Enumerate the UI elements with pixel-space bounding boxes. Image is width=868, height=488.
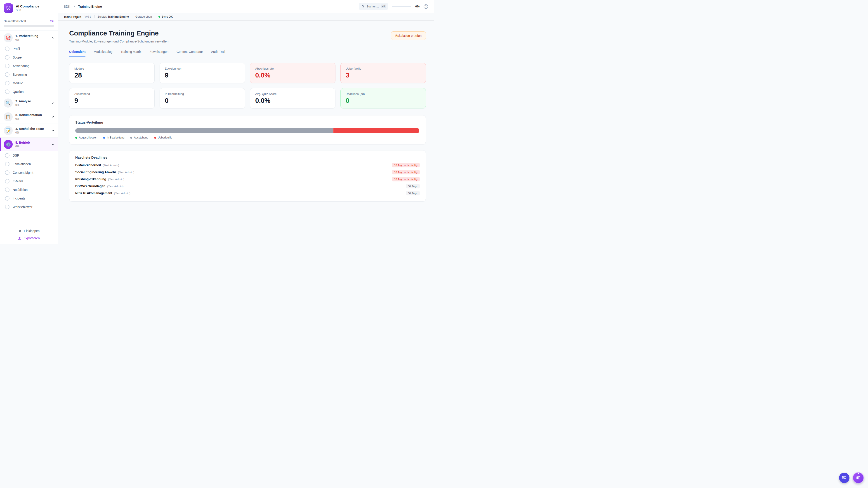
stat-label: Abschlussrate [255, 67, 330, 70]
stat-card-abschlussrate: Abschlussrate0.0% [250, 63, 336, 83]
stat-value: 0.0% [255, 71, 330, 79]
sidebar-item-anwendung[interactable]: Anwendung [0, 62, 58, 70]
deadlines-panel: Naechste Deadlines E-Mail-Sicherheit(Tes… [69, 150, 426, 201]
section-progress: 0% [16, 38, 38, 41]
sidebar-section-group: 🎯1. Vorbereitung0%ProfilScopeAnwendungSc… [0, 31, 58, 96]
overall-progress-label: Gesamtfortschritt [4, 20, 26, 23]
status-circle-icon [5, 196, 9, 201]
section-title: 5. Betrieb [16, 141, 30, 144]
overall-progress-value: 0% [50, 20, 54, 23]
stat-card-deadlines-7d: Deadlines (7d)0 [340, 88, 426, 108]
stat-label: Module [74, 67, 149, 70]
sidebar-section-3-dokumentation[interactable]: 📋3. Dokumentation0% [0, 110, 58, 124]
sidebar-item-label: Quellen [13, 90, 24, 94]
legend-label: In Bearbeitung [107, 136, 124, 139]
sidebar-item-notfallplan[interactable]: Notfallplan [0, 186, 58, 194]
sidebar-item-label: Incidents [13, 197, 25, 200]
app-root: AI Compliance SDK Gesamtfortschritt 0% 🎯… [0, 0, 434, 244]
deadline-owner: (Test Admin) [103, 164, 119, 167]
status-distribution-legend: AbgeschlossenIn BearbeitungAusstehendUeb… [75, 136, 420, 139]
last-module-value: Training Engine [107, 15, 129, 18]
overall-progress-block: Gesamtfortschritt 0% [0, 16, 58, 31]
export-button[interactable]: Exportieren [18, 236, 40, 240]
sidebar-item-label: Profil [13, 47, 20, 51]
sidebar-item-label: Anwendung [13, 64, 29, 68]
sidebar-item-label: Screening [13, 73, 27, 76]
legend-dot-icon [130, 137, 132, 139]
chevron-up-icon [51, 143, 55, 146]
search-kbd-shortcut: ⌘K [381, 4, 386, 8]
sidebar-item-label: Scope [13, 56, 22, 59]
sidebar-item-scope[interactable]: Scope [0, 53, 58, 62]
stat-value: 9 [74, 97, 149, 104]
tab-audit-trail[interactable]: Audit Trail [211, 50, 225, 57]
breadcrumb-current: Training Engine [78, 5, 102, 8]
status-distribution-panel: Status-Verteilung AbgeschlossenIn Bearbe… [69, 115, 426, 144]
stat-value: 0 [165, 97, 240, 104]
section-title: 1. Vorbereitung [16, 34, 38, 38]
collapse-button-label: Einklappen [24, 229, 39, 233]
chevron-right-icon [72, 5, 76, 8]
sidebar-section-4-rechtliche-texte[interactable]: 📝4. Rechtliche Texte0% [0, 124, 58, 137]
deadline-badge: 18 Tage ueberfaellig [392, 177, 420, 182]
tab-content-generator[interactable]: Content-Generator [177, 50, 203, 57]
shield-check-icon [6, 5, 11, 11]
legend-label: Ausstehend [134, 136, 148, 139]
legend-item-abgeschlossen: Abgeschlossen [75, 136, 97, 139]
sidebar-item-dsr[interactable]: DSR [0, 151, 58, 160]
stat-card-zuweisungen: Zuweisungen9 [160, 63, 245, 83]
sidebar-section-2-analyse[interactable]: 🔍2. Analyse0% [0, 96, 58, 110]
section-title: 3. Dokumentation [16, 113, 42, 117]
deadline-row-nis2-risikomanagement: NIS2 Risikomanagement(Test Admin)57 Tage [75, 191, 420, 195]
upload-icon [18, 236, 21, 240]
sidebar-item-whistleblower[interactable]: Whistleblower [0, 203, 58, 211]
stats-grid: Module28Zuweisungen9Abschlussrate0.0%Ueb… [69, 63, 426, 108]
sidebar-section-5-betrieb[interactable]: ⚙️5. Betrieb0% [0, 138, 58, 151]
tab-modulkatalog[interactable]: Modulkatalog [94, 50, 112, 57]
sidebar-item-screening[interactable]: Screening [0, 70, 58, 79]
help-icon[interactable]: ? [424, 4, 428, 9]
stat-value: 3 [346, 71, 421, 79]
section-title: 2. Analyse [16, 99, 31, 103]
tab-zuweisungen[interactable]: Zuweisungen [150, 50, 168, 57]
breadcrumb-root[interactable]: SDK [64, 5, 70, 8]
project-label: Kein Projekt [64, 15, 81, 19]
collapse-button[interactable]: Einklappen [18, 229, 39, 233]
sidebar-section-group: 📝4. Rechtliche Texte0% [0, 124, 58, 137]
stat-value: 28 [74, 71, 149, 79]
sidebar-footer: Einklappen Exportieren [0, 226, 58, 244]
sidebar: AI Compliance SDK Gesamtfortschritt 0% 🎯… [0, 0, 58, 244]
sidebar-item-profil[interactable]: Profil [0, 44, 58, 53]
sidebar-item-label: Whistleblower [13, 205, 32, 209]
legend-item-ausstehend: Ausstehend [130, 136, 148, 139]
sidebar-item-module[interactable]: Module [0, 79, 58, 88]
sidebar-item-consent-mgmt[interactable]: Consent Mgmt [0, 168, 58, 177]
sidebar-item-eskalationen[interactable]: Eskalationen [0, 160, 58, 168]
legend-label: Ueberfaellig [158, 136, 172, 139]
bar-segment-ausstehend [75, 128, 333, 133]
gear-icon: ⚙️ [4, 140, 13, 149]
sidebar-item-e-mails[interactable]: E-Mails [0, 177, 58, 186]
search-input[interactable]: Suchen... ⌘K [359, 3, 388, 10]
sidebar-item-incidents[interactable]: Incidents [0, 194, 58, 203]
sidebar-item-label: E-Mails [13, 180, 23, 183]
app-logo [4, 3, 13, 13]
tab-training-matrix[interactable]: Training Matrix [121, 50, 142, 57]
section-progress: 0% [16, 145, 30, 148]
deadline-owner: (Test Admin) [107, 185, 123, 188]
sidebar-section-group: 🔍2. Analyse0% [0, 96, 58, 110]
sidebar-section-1-vorbereitung[interactable]: 🎯1. Vorbereitung0% [0, 31, 58, 44]
tab-uebersicht[interactable]: Uebersicht [69, 50, 86, 57]
status-circle-icon [5, 170, 9, 175]
check-escalation-button[interactable]: Eskalation pruefen [391, 31, 426, 40]
deadline-row-social-engineering-abwehr: Social Engineering Abwehr(Test Admin)18 … [75, 170, 420, 174]
target-icon: 🎯 [4, 33, 13, 42]
sidebar-item-quellen[interactable]: Quellen [0, 88, 58, 96]
statusbar: Kein Projekt V001 Zuletzt: Training Engi… [58, 13, 434, 21]
status-circle-icon [5, 179, 9, 184]
stat-card-module: Module28 [69, 63, 155, 83]
divider [155, 15, 155, 18]
magnifier-icon: 🔍 [4, 98, 13, 107]
sidebar-item-label: Consent Mgmt [13, 171, 33, 174]
stat-label: Avg. Quiz-Score [255, 92, 330, 96]
